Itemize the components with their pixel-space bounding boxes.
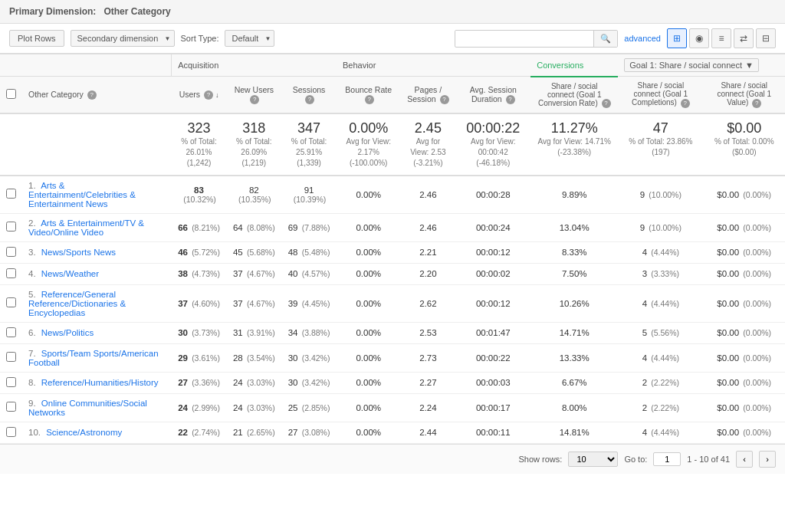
row-checkbox-6[interactable] — [6, 352, 16, 362]
search-button[interactable]: 🔍 — [593, 31, 617, 47]
help-icon-new-users[interactable]: ? — [250, 95, 259, 104]
help-icon-pages[interactable]: ? — [440, 95, 449, 104]
prev-page-button[interactable]: ‹ — [736, 451, 753, 468]
row-pages-session: 2.73 — [400, 343, 455, 372]
row-sessions: 48 (5.48%) — [281, 241, 337, 263]
row-conv-rate: 8.00% — [530, 393, 618, 422]
summary-dur-val: 00:00:22 — [461, 120, 524, 136]
row-checkbox-cell[interactable] — [0, 372, 22, 393]
row-new-users: 24 (3.03%) — [226, 372, 281, 393]
pie-view-icon[interactable]: ◉ — [689, 28, 709, 48]
row-category-link[interactable]: News/Weather — [41, 269, 99, 278]
help-icon-conv-rate[interactable]: ? — [602, 99, 611, 108]
goal-chevron-icon: ▼ — [745, 61, 754, 70]
help-icon-completions[interactable]: ? — [681, 99, 690, 108]
row-category-link[interactable]: Arts & Entertainment/Celebrities & Enter… — [28, 181, 136, 209]
row-checkbox-cell[interactable] — [0, 241, 22, 263]
users-col-header[interactable]: Users ? ↓ — [172, 77, 227, 113]
secondary-dimension-select[interactable]: Secondary dimension — [71, 30, 175, 47]
new-users-col-header[interactable]: New Users ? — [226, 77, 281, 113]
row-category-link[interactable]: News/Politics — [41, 328, 94, 337]
row-avg-duration: 00:00:12 — [455, 241, 530, 263]
row-sessions: 25 (2.85%) — [281, 393, 337, 422]
row-bounce-rate: 0.00% — [337, 372, 400, 393]
row-category-cell: 3. News/Sports News — [22, 241, 172, 263]
search-box: 🔍 — [455, 30, 618, 48]
row-value: $0.00 (0.00%) — [703, 372, 785, 393]
row-category-link[interactable]: Arts & Entertainment/TV & Video/Online V… — [28, 218, 144, 237]
row-pages-session: 2.24 — [400, 393, 455, 422]
help-icon-category[interactable]: ? — [87, 90, 97, 100]
row-sessions: 91 (10.39%) — [281, 176, 337, 214]
help-icon-sessions[interactable]: ? — [305, 95, 314, 104]
other-category-col-header[interactable]: Other Category ? — [22, 77, 172, 113]
conv-rate-col-header[interactable]: Share / social connect (Goal 1 Conversio… — [530, 77, 618, 113]
col-header-row: Other Category ? Users ? ↓ New Users ? S… — [0, 77, 785, 113]
summary-users-pct: % of Total: 26.01% (1,242) — [178, 136, 221, 169]
row-checkbox-cell[interactable] — [0, 422, 22, 443]
row-completions: 2 (2.22%) — [618, 372, 703, 393]
row-checkbox-cell[interactable] — [0, 322, 22, 343]
row-checkbox-3[interactable] — [6, 268, 16, 278]
row-checkbox-8[interactable] — [6, 402, 16, 412]
pages-session-col-header[interactable]: Pages / Session ? — [400, 77, 455, 113]
row-checkbox-7[interactable] — [6, 377, 16, 387]
row-checkbox-cell[interactable] — [0, 263, 22, 284]
row-category-link[interactable]: Reference/General Reference/Dictionaries… — [28, 290, 126, 317]
goal-dropdown-cell[interactable]: Goal 1: Share / social connect ▼ — [618, 54, 785, 77]
row-checkbox-cell[interactable] — [0, 176, 22, 214]
help-icon-bounce[interactable]: ? — [365, 95, 374, 104]
row-category-link[interactable]: News/Sports News — [41, 248, 116, 257]
sessions-col-header[interactable]: Sessions ? — [281, 77, 337, 113]
help-icon-value[interactable]: ? — [752, 99, 761, 108]
row-sessions: 39 (4.45%) — [281, 284, 337, 322]
completions-col-header[interactable]: Share / social connect (Goal 1 Completio… — [618, 77, 703, 113]
row-checkbox-2[interactable] — [6, 247, 16, 257]
select-all-checkbox-cell[interactable] — [0, 77, 22, 113]
table-view-icon[interactable]: ⊞ — [667, 28, 687, 48]
row-category-link[interactable]: Reference/Humanities/History — [41, 378, 159, 387]
bounce-rate-col-header[interactable]: Bounce Rate ? — [337, 77, 400, 113]
row-users: 37 (4.60%) — [172, 284, 227, 322]
row-category-link[interactable]: Science/Astronomy — [46, 428, 122, 437]
row-checkbox-cell[interactable] — [0, 343, 22, 372]
table-row: 10. Science/Astronomy 22 (2.74%) 21 (2.6… — [0, 422, 785, 443]
row-category-link[interactable]: Sports/Team Sports/American Football — [28, 349, 159, 367]
select-all-checkbox[interactable] — [6, 89, 16, 99]
summary-users-val: 323 — [178, 120, 221, 136]
plot-rows-button[interactable]: Plot Rows — [9, 30, 64, 47]
row-checkbox-4[interactable] — [6, 297, 16, 307]
row-checkbox-cell[interactable] — [0, 393, 22, 422]
advanced-link[interactable]: advanced — [624, 34, 661, 43]
row-checkbox-5[interactable] — [6, 327, 16, 337]
summary-new-users-pct: % of Total: 26.09% (1,219) — [232, 136, 275, 169]
value-col-header[interactable]: Share / social connect (Goal 1 Value) ? — [703, 77, 785, 113]
secondary-dimension-select-wrapper[interactable]: Secondary dimension — [71, 30, 175, 47]
row-checkbox-0[interactable] — [6, 189, 16, 199]
sort-type-select[interactable]: Default — [225, 30, 274, 47]
search-input[interactable] — [455, 31, 593, 46]
row-category-cell: 1. Arts & Entertainment/Celebrities & En… — [22, 176, 172, 214]
sort-type-select-wrapper[interactable]: Default — [225, 30, 274, 47]
show-rows-select[interactable]: 10 25 50 100 — [568, 452, 618, 467]
go-to-input[interactable] — [653, 452, 681, 466]
avg-session-col-header[interactable]: Avg. Session Duration ? — [455, 77, 530, 113]
row-checkbox-1[interactable] — [6, 222, 16, 232]
help-icon-users[interactable]: ? — [204, 90, 213, 100]
compare-view-icon[interactable]: ⇄ — [734, 28, 754, 48]
row-category-link[interactable]: Online Communities/Social Networks — [28, 399, 147, 417]
bar-view-icon[interactable]: ≡ — [711, 28, 731, 48]
pivot-view-icon[interactable]: ⊟ — [756, 28, 776, 48]
row-bounce-rate: 0.00% — [337, 241, 400, 263]
row-checkbox-cell[interactable] — [0, 213, 22, 241]
row-number: 4. — [28, 269, 39, 278]
row-number: 1. — [28, 181, 39, 190]
row-category-cell: 7. Sports/Team Sports/American Football — [22, 343, 172, 372]
next-page-button[interactable]: › — [759, 451, 776, 468]
row-checkbox-9[interactable] — [6, 427, 16, 437]
table-row: 5. Reference/General Reference/Dictionar… — [0, 284, 785, 322]
help-icon-avg[interactable]: ? — [506, 95, 515, 104]
row-new-users: 82 (10.35%) — [226, 176, 281, 214]
row-checkbox-cell[interactable] — [0, 284, 22, 322]
row-bounce-rate: 0.00% — [337, 393, 400, 422]
